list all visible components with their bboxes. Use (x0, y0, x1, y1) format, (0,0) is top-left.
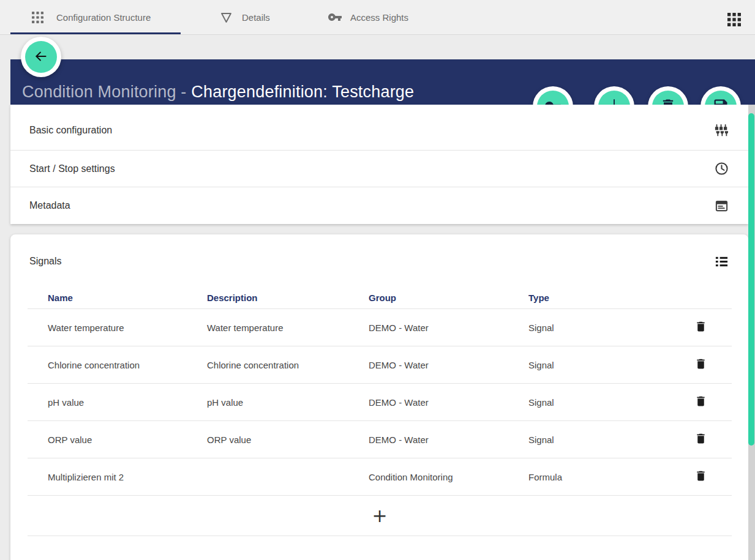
section-label: Start / Stop settings (29, 163, 115, 174)
trash-icon (694, 432, 707, 447)
column-header-name: Name (48, 293, 207, 303)
cell-name: pH value (48, 397, 207, 408)
page-header: Condition Monitoring - Chargendefinition… (10, 59, 755, 105)
cell-group: Condition Monitoring (369, 472, 528, 482)
cell-description: Water temperature (207, 323, 369, 333)
tab-configuration-structure[interactable]: Configuration Structure (10, 0, 181, 34)
table-row[interactable]: pH value pH value DEMO - Water Signal (28, 384, 732, 421)
section-metadata[interactable]: Metadata (10, 187, 748, 224)
trash-icon (694, 320, 707, 335)
back-button[interactable] (25, 41, 57, 73)
table-row[interactable]: Water temperature Water temperature DEMO… (28, 309, 732, 346)
tune-icon (715, 124, 729, 138)
active-tab-indicator (10, 32, 181, 34)
back-arrow-icon (33, 48, 49, 66)
trash-icon (694, 469, 707, 484)
row-delete-button[interactable] (694, 320, 707, 335)
cell-type: Signal (528, 435, 694, 445)
row-delete-button[interactable] (694, 469, 707, 484)
page-title-prefix: Condition Monitoring - (22, 83, 191, 101)
cell-group: DEMO - Water (369, 435, 528, 445)
signals-header: Signals (10, 234, 748, 272)
app-window: Configuration Structure Details Access R… (0, 0, 755, 560)
cell-type: Signal (528, 397, 694, 408)
back-button-halo (21, 37, 61, 77)
top-tab-bar: Configuration Structure Details Access R… (0, 0, 755, 35)
clock-icon (715, 162, 729, 176)
add-signal-row: + (28, 496, 732, 536)
cell-name: Chlorine concentration (48, 360, 207, 370)
row-delete-button[interactable] (694, 357, 707, 372)
grid-icon (32, 12, 43, 23)
row-delete-button[interactable] (694, 395, 707, 409)
tab-details[interactable]: Details (208, 0, 300, 34)
trash-icon (694, 395, 707, 409)
table-row[interactable]: ORP value ORP value DEMO - Water Signal (28, 421, 732, 458)
section-start-stop-settings[interactable]: Start / Stop settings (10, 151, 748, 187)
column-header-type: Type (528, 293, 732, 303)
cell-description: Chlorine concentration (207, 360, 369, 370)
cell-type: Formula (528, 472, 694, 482)
signals-card: Signals Name Description Group Type Wate… (10, 234, 748, 560)
apps-grid-icon[interactable] (727, 13, 741, 26)
key-icon (328, 10, 342, 24)
tab-label: Access Rights (350, 12, 408, 23)
section-label: Basic configuration (29, 125, 112, 136)
section-basic-configuration[interactable]: Basic configuration (10, 111, 748, 151)
trash-icon (694, 357, 707, 372)
page-title: Condition Monitoring - Chargendefinition… (22, 83, 414, 102)
cell-group: DEMO - Water (369, 323, 528, 333)
table-row[interactable]: Multiplizieren mit 2 Condition Monitorin… (28, 458, 732, 496)
calendar-icon (715, 199, 729, 213)
row-delete-button[interactable] (694, 432, 707, 447)
cell-name: ORP value (48, 435, 207, 445)
column-header-description: Description (207, 293, 369, 303)
cell-name: Water temperature (48, 323, 207, 333)
section-label: Metadata (29, 200, 70, 211)
list-icon[interactable] (715, 255, 729, 269)
cell-group: DEMO - Water (369, 360, 528, 370)
cell-type: Signal (528, 360, 694, 370)
tab-label: Configuration Structure (56, 12, 151, 23)
page-title-main: Chargendefinition: Testcharge (191, 83, 414, 101)
cell-description: ORP value (207, 435, 369, 445)
cell-type: Signal (528, 323, 694, 333)
signals-title: Signals (29, 256, 61, 267)
signals-table-header: Name Description Group Type (28, 290, 732, 309)
triangle-icon (220, 11, 233, 24)
signals-table: Name Description Group Type Water temper… (28, 290, 732, 536)
table-row[interactable]: Chlorine concentration Chlorine concentr… (28, 346, 732, 384)
cell-description: pH value (207, 397, 369, 408)
scrollbar-thumb[interactable] (748, 113, 754, 446)
tab-access-rights[interactable]: Access Rights (318, 0, 423, 34)
tab-label: Details (242, 12, 270, 23)
add-signal-button[interactable]: + (372, 507, 387, 525)
configuration-card: Basic configuration Start / Stop setting… (10, 105, 748, 224)
column-header-group: Group (369, 293, 528, 303)
cell-group: DEMO - Water (369, 397, 528, 408)
cell-name: Multiplizieren mit 2 (48, 472, 207, 482)
